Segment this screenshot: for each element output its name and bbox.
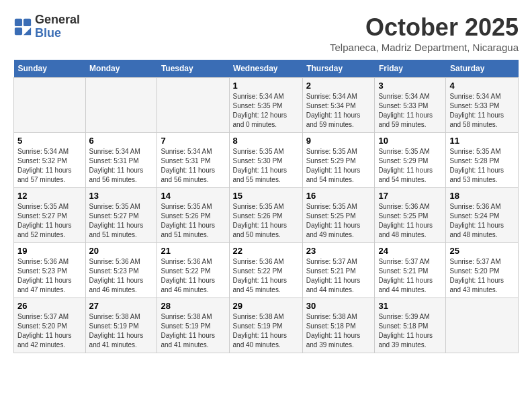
day-number: 11 xyxy=(449,136,515,146)
day-number: 20 xyxy=(89,246,154,256)
day-info: Sunrise: 5:38 AM Sunset: 5:19 PM Dayligh… xyxy=(89,312,154,350)
calendar-cell: 6Sunrise: 5:34 AM Sunset: 5:31 PM Daylig… xyxy=(85,133,157,188)
svg-marker-3 xyxy=(24,28,31,35)
day-info: Sunrise: 5:39 AM Sunset: 5:18 PM Dayligh… xyxy=(378,312,442,350)
calendar-cell: 2Sunrise: 5:34 AM Sunset: 5:34 PM Daylig… xyxy=(302,78,375,133)
calendar-cell: 15Sunrise: 5:35 AM Sunset: 5:26 PM Dayli… xyxy=(229,188,302,243)
calendar-week-row: 12Sunrise: 5:35 AM Sunset: 5:27 PM Dayli… xyxy=(14,188,519,243)
title-section: October 2025 Telpaneca, Madriz Departmen… xyxy=(330,13,519,53)
calendar-week-row: 1Sunrise: 5:34 AM Sunset: 5:35 PM Daylig… xyxy=(14,78,519,133)
day-info: Sunrise: 5:37 AM Sunset: 5:20 PM Dayligh… xyxy=(17,312,82,350)
calendar-cell: 9Sunrise: 5:35 AM Sunset: 5:29 PM Daylig… xyxy=(302,133,375,188)
calendar-cell: 20Sunrise: 5:36 AM Sunset: 5:23 PM Dayli… xyxy=(85,243,157,298)
calendar-cell: 18Sunrise: 5:36 AM Sunset: 5:24 PM Dayli… xyxy=(446,188,519,243)
day-of-week-header: Wednesday xyxy=(229,60,302,78)
day-info: Sunrise: 5:35 AM Sunset: 5:25 PM Dayligh… xyxy=(306,202,371,240)
day-number: 14 xyxy=(161,191,225,201)
day-info: Sunrise: 5:37 AM Sunset: 5:21 PM Dayligh… xyxy=(306,257,371,295)
day-number: 12 xyxy=(17,191,82,201)
day-info: Sunrise: 5:34 AM Sunset: 5:33 PM Dayligh… xyxy=(449,92,515,130)
day-info: Sunrise: 5:34 AM Sunset: 5:31 PM Dayligh… xyxy=(89,147,154,185)
logo-icon xyxy=(13,17,32,36)
day-info: Sunrise: 5:35 AM Sunset: 5:29 PM Dayligh… xyxy=(306,147,371,185)
calendar-cell: 17Sunrise: 5:36 AM Sunset: 5:25 PM Dayli… xyxy=(375,188,446,243)
day-of-week-header: Friday xyxy=(375,60,446,78)
day-number: 6 xyxy=(89,136,154,146)
day-number: 13 xyxy=(89,191,154,201)
calendar-header-row: SundayMondayTuesdayWednesdayThursdayFrid… xyxy=(14,60,519,78)
calendar-table: SundayMondayTuesdayWednesdayThursdayFrid… xyxy=(13,60,519,353)
day-number: 16 xyxy=(306,191,371,201)
day-info: Sunrise: 5:35 AM Sunset: 5:28 PM Dayligh… xyxy=(449,147,515,185)
day-of-week-header: Sunday xyxy=(14,60,86,78)
day-of-week-header: Monday xyxy=(85,60,157,78)
day-info: Sunrise: 5:37 AM Sunset: 5:21 PM Dayligh… xyxy=(378,257,442,295)
day-number: 19 xyxy=(17,246,82,256)
day-info: Sunrise: 5:35 AM Sunset: 5:30 PM Dayligh… xyxy=(233,147,299,185)
calendar-cell: 21Sunrise: 5:36 AM Sunset: 5:22 PM Dayli… xyxy=(157,243,229,298)
calendar-cell xyxy=(85,78,157,133)
calendar-week-row: 19Sunrise: 5:36 AM Sunset: 5:23 PM Dayli… xyxy=(14,243,519,298)
day-number: 3 xyxy=(378,81,442,91)
calendar-cell: 31Sunrise: 5:39 AM Sunset: 5:18 PM Dayli… xyxy=(375,298,446,353)
day-info: Sunrise: 5:35 AM Sunset: 5:26 PM Dayligh… xyxy=(233,202,299,240)
day-info: Sunrise: 5:36 AM Sunset: 5:23 PM Dayligh… xyxy=(17,257,82,295)
day-of-week-header: Thursday xyxy=(302,60,375,78)
calendar-cell: 7Sunrise: 5:34 AM Sunset: 5:31 PM Daylig… xyxy=(157,133,229,188)
calendar-cell: 12Sunrise: 5:35 AM Sunset: 5:27 PM Dayli… xyxy=(14,188,86,243)
day-info: Sunrise: 5:34 AM Sunset: 5:32 PM Dayligh… xyxy=(17,147,82,185)
day-number: 1 xyxy=(233,81,299,91)
calendar-cell: 29Sunrise: 5:38 AM Sunset: 5:19 PM Dayli… xyxy=(229,298,302,353)
day-number: 8 xyxy=(233,136,299,146)
day-number: 18 xyxy=(449,191,515,201)
day-number: 7 xyxy=(161,136,225,146)
day-info: Sunrise: 5:38 AM Sunset: 5:19 PM Dayligh… xyxy=(161,312,225,350)
logo-text-blue: Blue xyxy=(35,27,80,40)
location-subtitle: Telpaneca, Madriz Department, Nicaragua xyxy=(330,42,519,53)
day-info: Sunrise: 5:34 AM Sunset: 5:33 PM Dayligh… xyxy=(378,92,442,130)
day-info: Sunrise: 5:36 AM Sunset: 5:24 PM Dayligh… xyxy=(449,202,515,240)
day-number: 28 xyxy=(161,301,225,311)
day-info: Sunrise: 5:36 AM Sunset: 5:22 PM Dayligh… xyxy=(161,257,225,295)
calendar-cell: 5Sunrise: 5:34 AM Sunset: 5:32 PM Daylig… xyxy=(14,133,86,188)
day-number: 5 xyxy=(17,136,82,146)
calendar-cell xyxy=(446,298,519,353)
day-number: 9 xyxy=(306,136,371,146)
day-of-week-header: Tuesday xyxy=(157,60,229,78)
month-title: October 2025 xyxy=(330,13,519,42)
day-number: 15 xyxy=(233,191,299,201)
day-info: Sunrise: 5:35 AM Sunset: 5:26 PM Dayligh… xyxy=(161,202,225,240)
calendar-cell xyxy=(157,78,229,133)
calendar-cell: 14Sunrise: 5:35 AM Sunset: 5:26 PM Dayli… xyxy=(157,188,229,243)
day-number: 22 xyxy=(233,246,299,256)
logo-text-general: General xyxy=(35,13,80,27)
day-number: 26 xyxy=(17,301,82,311)
svg-rect-1 xyxy=(24,19,31,26)
day-info: Sunrise: 5:35 AM Sunset: 5:27 PM Dayligh… xyxy=(89,202,154,240)
calendar-cell: 26Sunrise: 5:37 AM Sunset: 5:20 PM Dayli… xyxy=(14,298,86,353)
svg-rect-0 xyxy=(15,19,22,26)
calendar-cell xyxy=(14,78,86,133)
day-number: 4 xyxy=(449,81,515,91)
calendar-cell: 11Sunrise: 5:35 AM Sunset: 5:28 PM Dayli… xyxy=(446,133,519,188)
calendar-cell: 16Sunrise: 5:35 AM Sunset: 5:25 PM Dayli… xyxy=(302,188,375,243)
day-number: 21 xyxy=(161,246,225,256)
calendar-cell: 8Sunrise: 5:35 AM Sunset: 5:30 PM Daylig… xyxy=(229,133,302,188)
day-number: 25 xyxy=(449,246,515,256)
calendar-cell: 1Sunrise: 5:34 AM Sunset: 5:35 PM Daylig… xyxy=(229,78,302,133)
calendar-cell: 24Sunrise: 5:37 AM Sunset: 5:21 PM Dayli… xyxy=(375,243,446,298)
day-number: 23 xyxy=(306,246,371,256)
day-number: 29 xyxy=(233,301,299,311)
calendar-cell: 10Sunrise: 5:35 AM Sunset: 5:29 PM Dayli… xyxy=(375,133,446,188)
svg-rect-2 xyxy=(15,28,22,35)
day-info: Sunrise: 5:34 AM Sunset: 5:31 PM Dayligh… xyxy=(161,147,225,185)
day-info: Sunrise: 5:38 AM Sunset: 5:18 PM Dayligh… xyxy=(306,312,371,350)
calendar-cell: 28Sunrise: 5:38 AM Sunset: 5:19 PM Dayli… xyxy=(157,298,229,353)
day-number: 24 xyxy=(378,246,442,256)
calendar-week-row: 5Sunrise: 5:34 AM Sunset: 5:32 PM Daylig… xyxy=(14,133,519,188)
calendar-cell: 25Sunrise: 5:37 AM Sunset: 5:20 PM Dayli… xyxy=(446,243,519,298)
day-number: 2 xyxy=(306,81,371,91)
day-number: 31 xyxy=(378,301,442,311)
calendar-cell: 13Sunrise: 5:35 AM Sunset: 5:27 PM Dayli… xyxy=(85,188,157,243)
calendar-cell: 19Sunrise: 5:36 AM Sunset: 5:23 PM Dayli… xyxy=(14,243,86,298)
